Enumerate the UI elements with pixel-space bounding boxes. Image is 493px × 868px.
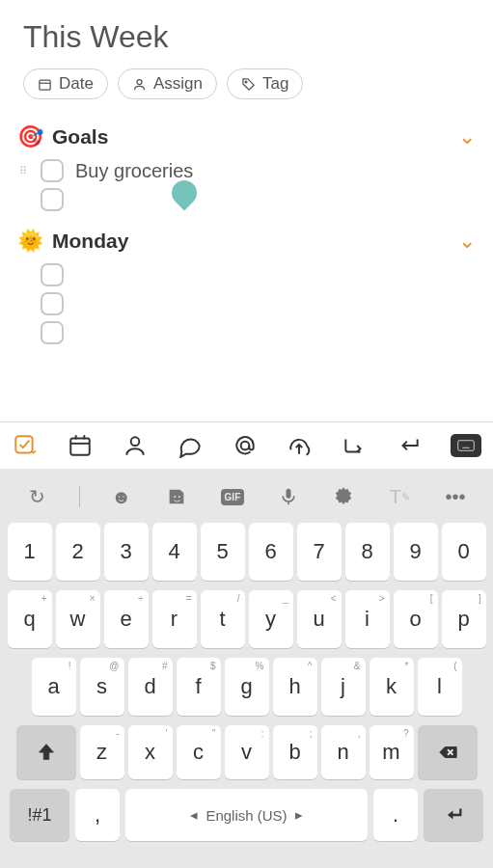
- key-k[interactable]: *k: [370, 658, 414, 716]
- emoji-icon[interactable]: ☻: [106, 484, 135, 509]
- section-title: Goals: [52, 125, 108, 149]
- task-checkbox[interactable]: [41, 292, 64, 315]
- chevron-down-icon[interactable]: ⌄: [458, 229, 476, 254]
- section-emoji: 🎯: [17, 124, 43, 149]
- svg-point-3: [245, 81, 247, 83]
- key-5[interactable]: 5: [201, 523, 245, 581]
- gif-icon[interactable]: GIF: [218, 484, 247, 509]
- key-v[interactable]: :v: [225, 725, 269, 779]
- chip-tag[interactable]: Tag: [227, 68, 303, 99]
- key-space[interactable]: ◂ English (US) ▸: [125, 789, 368, 841]
- task-checkbox[interactable]: [41, 188, 64, 211]
- indent-tool[interactable]: [341, 432, 368, 459]
- key-0[interactable]: 0: [442, 523, 486, 581]
- chip-tag-label: Tag: [262, 74, 288, 94]
- key-o[interactable]: [o: [394, 590, 438, 648]
- key-s[interactable]: @s: [80, 658, 124, 716]
- key-q[interactable]: +q: [8, 590, 52, 648]
- keyboard: ↻ ☻ GIF T✎ ••• 1234567890 +q×w÷e=r/t_y<u…: [0, 469, 493, 868]
- task-row[interactable]: [19, 321, 476, 344]
- key-e[interactable]: ÷e: [104, 590, 149, 648]
- key-l[interactable]: (l: [418, 658, 462, 716]
- key-shift[interactable]: [16, 725, 76, 779]
- key-x[interactable]: 'x: [128, 725, 173, 779]
- task-checkbox[interactable]: [41, 263, 64, 286]
- task-checkbox[interactable]: [41, 321, 64, 344]
- key-u[interactable]: <u: [297, 590, 342, 648]
- key-z[interactable]: -z: [80, 725, 124, 779]
- task-row[interactable]: ⠿ Buy groceries: [19, 159, 476, 182]
- handwriting-icon[interactable]: T✎: [385, 484, 414, 509]
- chip-assign-label: Assign: [153, 74, 203, 94]
- key-symbols[interactable]: !#1: [10, 789, 69, 841]
- checkbox-tool[interactable]: [12, 432, 39, 459]
- date-tool[interactable]: [67, 432, 94, 459]
- section-header[interactable]: 🎯Goals ⌄: [17, 124, 476, 149]
- key-m[interactable]: ?m: [370, 725, 414, 779]
- person-icon: [132, 77, 147, 92]
- key-p[interactable]: ]p: [442, 590, 486, 648]
- chip-assign[interactable]: Assign: [118, 68, 217, 99]
- chip-date[interactable]: Date: [23, 68, 108, 99]
- key-1[interactable]: 1: [8, 523, 52, 581]
- page-title: This Week: [23, 19, 476, 55]
- section-header[interactable]: 🌞Monday ⌄: [17, 229, 476, 254]
- task-row[interactable]: [19, 292, 476, 315]
- key-7[interactable]: 7: [297, 523, 342, 581]
- task-checkbox[interactable]: [41, 159, 64, 182]
- comment-tool[interactable]: [177, 432, 204, 459]
- text-tool-icon[interactable]: ↻: [23, 484, 52, 509]
- key-c[interactable]: "c: [177, 725, 221, 779]
- key-2[interactable]: 2: [56, 523, 100, 581]
- key-g[interactable]: %g: [225, 658, 269, 716]
- key-period[interactable]: .: [373, 789, 418, 841]
- key-enter[interactable]: [424, 789, 483, 841]
- return-tool[interactable]: [396, 432, 423, 459]
- key-b[interactable]: ;b: [273, 725, 317, 779]
- chevron-down-icon[interactable]: ⌄: [458, 124, 476, 149]
- mention-tool[interactable]: [232, 432, 259, 459]
- key-w[interactable]: ×w: [56, 590, 100, 648]
- task-row[interactable]: [19, 188, 476, 211]
- key-t[interactable]: /t: [201, 590, 245, 648]
- sticker-icon[interactable]: [162, 484, 191, 509]
- key-3[interactable]: 3: [104, 523, 149, 581]
- task-row[interactable]: [19, 263, 476, 286]
- key-8[interactable]: 8: [345, 523, 390, 581]
- chip-date-label: Date: [59, 74, 94, 94]
- calendar-icon: [38, 77, 52, 92]
- more-icon[interactable]: •••: [441, 484, 470, 509]
- drag-handle-icon[interactable]: ⠿: [19, 168, 29, 175]
- section-emoji: 🌞: [17, 229, 43, 254]
- key-y[interactable]: _y: [249, 590, 293, 648]
- svg-rect-5: [70, 438, 90, 454]
- keyboard-toolbar: ↻ ☻ GIF T✎ •••: [4, 476, 489, 523]
- keyboard-toggle[interactable]: [451, 434, 481, 457]
- key-9[interactable]: 9: [394, 523, 438, 581]
- key-4[interactable]: 4: [152, 523, 197, 581]
- section: 🌞Monday ⌄: [17, 229, 476, 344]
- key-r[interactable]: =r: [152, 590, 197, 648]
- key-comma[interactable]: ,: [75, 789, 120, 841]
- settings-icon[interactable]: [329, 484, 358, 509]
- key-n[interactable]: ,n: [321, 725, 366, 779]
- svg-rect-0: [40, 80, 50, 90]
- assign-tool[interactable]: [122, 432, 149, 459]
- key-j[interactable]: &j: [321, 658, 366, 716]
- tag-icon: [241, 77, 256, 92]
- task-text[interactable]: Buy groceries: [75, 160, 193, 182]
- svg-point-2: [137, 79, 142, 84]
- chip-row: Date Assign Tag: [23, 68, 476, 99]
- key-a[interactable]: !a: [32, 658, 76, 716]
- section: 🎯Goals ⌄⠿ Buy groceries: [17, 124, 476, 211]
- key-backspace[interactable]: [418, 725, 478, 779]
- upload-tool[interactable]: [286, 432, 313, 459]
- mic-icon[interactable]: [274, 484, 303, 509]
- key-d[interactable]: #d: [128, 658, 173, 716]
- key-h[interactable]: ^h: [273, 658, 317, 716]
- key-f[interactable]: $f: [177, 658, 221, 716]
- svg-point-9: [130, 437, 139, 446]
- key-6[interactable]: 6: [249, 523, 293, 581]
- content-area: This Week Date Assign Tag 🎯Goals ⌄⠿ Buy …: [0, 0, 493, 421]
- key-i[interactable]: >i: [345, 590, 390, 648]
